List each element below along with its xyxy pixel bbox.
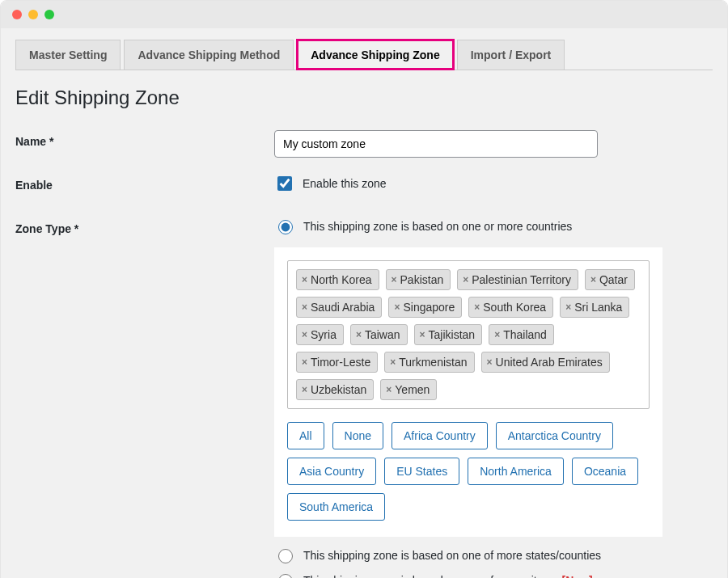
zone-type-label-states: This shipping zone is based on one of mo… xyxy=(303,549,601,562)
country-tag-label: Tajikistan xyxy=(429,328,476,341)
quick-select-row: AllNoneAfrica CountryAntarctica CountryA… xyxy=(287,422,650,521)
country-tag[interactable]: ×Palestinian Territory xyxy=(457,269,578,290)
remove-icon[interactable]: × xyxy=(302,357,307,367)
country-tag[interactable]: ×Saudi Arabia xyxy=(296,297,382,318)
label-name: Name * xyxy=(15,130,274,148)
window-close-icon[interactable] xyxy=(12,10,22,19)
tab-import-export[interactable]: Import / Export xyxy=(457,40,565,70)
remove-icon[interactable]: × xyxy=(590,275,596,285)
quick-select-asia-country[interactable]: Asia Country xyxy=(287,458,376,485)
remove-icon[interactable]: × xyxy=(386,385,392,394)
country-tag-label: Turkmenistan xyxy=(399,356,467,369)
remove-icon[interactable]: × xyxy=(390,357,396,367)
tab-bar: Master SettingAdvance Shipping MethodAdv… xyxy=(15,40,713,70)
remove-icon[interactable]: × xyxy=(474,302,480,312)
name-input[interactable] xyxy=(274,130,598,158)
quick-select-antarctica-country[interactable]: Antarctica Country xyxy=(496,422,613,449)
country-tag-label: Sri Lanka xyxy=(574,301,622,314)
row-name: Name * xyxy=(15,130,713,158)
remove-icon[interactable]: × xyxy=(302,275,307,285)
quick-select-none[interactable]: None xyxy=(332,422,383,449)
country-tag-label: Singapore xyxy=(403,301,455,314)
country-tag-label: United Arab Emirates xyxy=(496,356,603,369)
country-tag[interactable]: ×Yemen xyxy=(380,379,437,400)
tab-advance-shipping-zone[interactable]: Advance Shipping Zone xyxy=(297,40,453,70)
zone-type-label-cities: This shipping zone is based on one of mo… xyxy=(303,574,549,579)
country-tag-label: South Korea xyxy=(483,301,546,314)
remove-icon[interactable]: × xyxy=(394,302,400,312)
quick-select-south-america[interactable]: South America xyxy=(287,493,385,521)
zone-type-option-states[interactable]: This shipping zone is based on one of mo… xyxy=(274,546,713,563)
country-tag-label: Yemen xyxy=(395,383,430,396)
remove-icon[interactable]: × xyxy=(302,302,307,312)
country-tag[interactable]: ×Tajikistan xyxy=(414,324,483,345)
zone-type-radio-countries[interactable] xyxy=(278,220,293,234)
country-tag[interactable]: ×Thailand xyxy=(489,324,554,345)
remove-icon[interactable]: × xyxy=(302,330,307,340)
country-tag[interactable]: ×Taiwan xyxy=(350,324,408,345)
remove-icon[interactable]: × xyxy=(302,385,307,394)
country-tag-label: Thailand xyxy=(503,328,547,341)
country-tag[interactable]: ×Uzbekistan xyxy=(296,379,374,400)
remove-icon[interactable]: × xyxy=(463,275,468,285)
country-tag-label: Pakistan xyxy=(400,273,444,286)
remove-icon[interactable]: × xyxy=(565,302,571,312)
country-tag[interactable]: ×North Korea xyxy=(296,269,379,290)
tab-master-setting[interactable]: Master Setting xyxy=(15,40,121,70)
page-title: Edit Shipping Zone xyxy=(15,86,713,109)
quick-select-africa-country[interactable]: Africa Country xyxy=(392,422,488,449)
enable-checkbox-label: Enable this zone xyxy=(303,177,387,190)
country-tag[interactable]: ×Sri Lanka xyxy=(560,297,629,318)
country-tag-label: Uzbekistan xyxy=(311,383,366,396)
country-tag[interactable]: ×Timor-Leste xyxy=(296,352,378,373)
country-tag[interactable]: ×Pakistan xyxy=(386,269,451,290)
tab-advance-shipping-method[interactable]: Advance Shipping Method xyxy=(124,40,294,70)
label-enable: Enable xyxy=(15,174,274,192)
app-window: Master SettingAdvance Shipping MethodAdv… xyxy=(0,0,728,578)
country-tag-label: Taiwan xyxy=(365,328,400,341)
remove-icon[interactable]: × xyxy=(356,330,362,340)
countries-panel: ×North Korea×Pakistan×Palestinian Territ… xyxy=(274,247,662,537)
quick-select-oceania[interactable]: Oceania xyxy=(572,458,638,485)
window-titlebar xyxy=(1,1,727,28)
quick-select-eu-states[interactable]: EU States xyxy=(384,458,459,485)
remove-icon[interactable]: × xyxy=(420,330,425,340)
window-zoom-icon[interactable] xyxy=(44,10,54,19)
zone-type-radio-cities[interactable] xyxy=(278,574,293,578)
quick-select-all[interactable]: All xyxy=(287,422,324,449)
country-tag[interactable]: ×South Korea xyxy=(468,297,553,318)
quick-select-north-america[interactable]: North America xyxy=(468,458,564,485)
country-tag-label: Syria xyxy=(311,328,336,341)
country-tag[interactable]: ×Syria xyxy=(296,324,344,345)
page-content: Master SettingAdvance Shipping MethodAdv… xyxy=(1,28,727,578)
row-enable: Enable Enable this zone xyxy=(15,174,713,201)
label-zone-type: Zone Type * xyxy=(15,217,274,235)
zone-type-option-cities[interactable]: This shipping zone is based on one of mo… xyxy=(274,572,713,578)
remove-icon[interactable]: × xyxy=(494,330,500,340)
country-tag[interactable]: ×United Arab Emirates xyxy=(481,352,610,373)
country-tag-label: Timor-Leste xyxy=(311,356,370,369)
enable-checkbox[interactable] xyxy=(277,176,292,191)
zone-type-radio-states[interactable] xyxy=(278,549,293,563)
row-zone-type: Zone Type * This shipping zone is based … xyxy=(15,217,713,578)
window-minimize-icon[interactable] xyxy=(28,10,38,19)
zone-type-label-countries: This shipping zone is based on one or mo… xyxy=(303,220,572,233)
country-tag-label: Palestinian Territory xyxy=(472,273,571,286)
country-tag[interactable]: ×Qatar xyxy=(585,269,635,290)
country-tag-box[interactable]: ×North Korea×Pakistan×Palestinian Territ… xyxy=(287,260,650,409)
country-tag-label: North Korea xyxy=(311,273,371,286)
country-tag-label: Qatar xyxy=(599,273,628,286)
country-tag-label: Saudi Arabia xyxy=(311,301,375,314)
country-tag[interactable]: ×Singapore xyxy=(388,297,462,318)
zone-type-option-countries[interactable]: This shipping zone is based on one or mo… xyxy=(274,217,713,234)
remove-icon[interactable]: × xyxy=(487,357,493,367)
new-badge: [New] xyxy=(562,574,593,579)
country-tag[interactable]: ×Turkmenistan xyxy=(384,352,474,373)
remove-icon[interactable]: × xyxy=(392,275,397,285)
